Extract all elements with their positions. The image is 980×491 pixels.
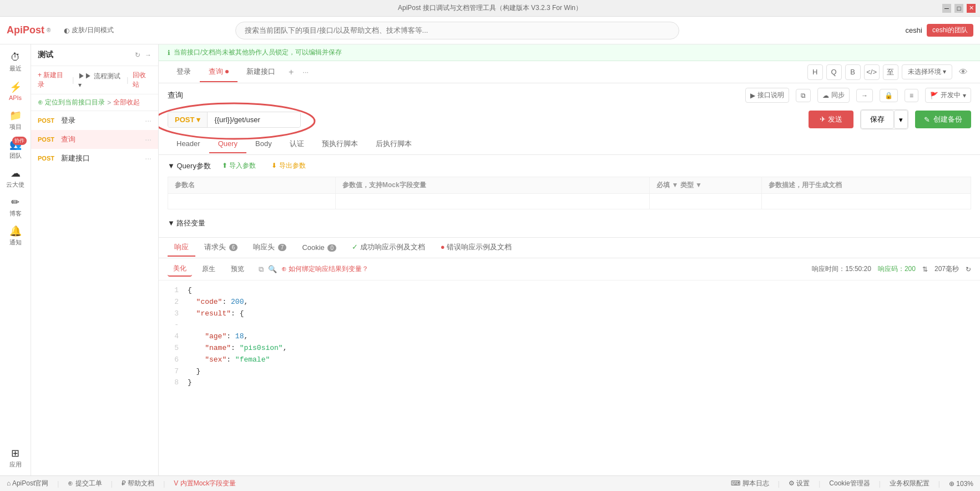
copy-response-btn[interactable]: ⧉ <box>259 265 264 274</box>
tab-more-button[interactable]: ··· <box>298 66 313 78</box>
quote-btn[interactable]: Q <box>826 64 842 80</box>
nav-item-query[interactable]: POST 查询 ··· <box>31 130 158 149</box>
flow-test-button[interactable]: ▶▶ 流程测试 ▾ <box>78 72 122 89</box>
refresh-icon[interactable]: ↻ <box>135 51 140 59</box>
search-bar <box>235 22 679 39</box>
search-response-btn[interactable]: 🔍 <box>268 265 277 273</box>
param-row-empty <box>168 194 971 209</box>
tab-add-button[interactable]: + <box>284 65 298 79</box>
nav-title: 测试 <box>38 50 53 60</box>
dev-status-btn[interactable]: 🚩 开发中 ▾ <box>925 88 971 103</box>
close-button[interactable]: ✕ <box>967 4 976 13</box>
resp-view-preview[interactable]: 预览 <box>225 262 250 276</box>
status-permissions[interactable]: 业务权限配置 <box>890 479 930 488</box>
locate-btn[interactable]: ⊕ 定位到当前接口目录 <box>38 98 105 107</box>
resp-tab-respheader[interactable]: 响应头 7 <box>246 239 293 257</box>
status-official-site[interactable]: ⌂ ApiPost官网 <box>7 479 48 488</box>
sidebar-item-recent[interactable]: ⏱ 最近 <box>2 49 29 76</box>
sidebar-item-apis[interactable]: ⚡ APIs <box>2 78 29 104</box>
nav-item-login[interactable]: POST 登录 ··· <box>31 111 158 130</box>
save-button[interactable]: 保存 <box>861 110 894 129</box>
status-help-doc[interactable]: ₽ 帮助文档 <box>122 479 154 488</box>
nav-item-new[interactable]: POST 新建接口 ··· <box>31 149 158 168</box>
tab-active-dot <box>225 70 229 73</box>
window-controls: ─ □ ✕ <box>942 4 976 13</box>
nav-list: POST 登录 ··· POST 查询 ··· POST 新建接口 ··· <box>31 111 158 475</box>
create-icon: ✎ <box>924 116 930 124</box>
sub-tab-body[interactable]: Body <box>246 135 281 153</box>
sub-tab-auth[interactable]: 认证 <box>281 134 313 154</box>
copy-btn[interactable]: ⧉ <box>796 89 811 102</box>
resp-tab-response[interactable]: 响应 <box>168 239 195 257</box>
doc-btn[interactable]: ≡ <box>905 89 918 102</box>
forward-icon[interactable]: → <box>145 51 151 59</box>
nav-panel: 测试 ↻ → + 新建目录 | ▶▶ 流程测试 ▾ | 回收站 ⊕ 定位到当前接… <box>31 44 159 475</box>
more-icon[interactable]: ··· <box>145 154 151 163</box>
user-name: ceshi <box>906 26 922 34</box>
section-title-row: 查询 ▶ 接口说明 ⧉ ☁ 同步 → 🔒 ≡ 🚩 <box>159 83 980 107</box>
recycle-button[interactable]: 回收站 <box>133 71 151 89</box>
eye-icon[interactable]: 👁 <box>956 64 971 80</box>
nav-toolbar: + 新建目录 | ▶▶ 流程测试 ▾ | 回收站 <box>31 66 158 94</box>
theme-toggle[interactable]: ◐ 皮肤/日间模式 <box>59 23 118 37</box>
sidebar-item-notify[interactable]: 🔔 通知 <box>2 222 29 249</box>
refresh-icon[interactable]: ↻ <box>966 265 971 273</box>
status-cookie-mgr[interactable]: Cookie管理器 <box>829 479 870 488</box>
bold-btn[interactable]: B <box>845 64 861 80</box>
url-input[interactable] <box>208 112 300 127</box>
sync-btn[interactable]: ☁ 同步 <box>817 88 850 103</box>
more-icon[interactable]: ··· <box>145 116 151 125</box>
search-input[interactable] <box>235 22 679 39</box>
params-section: ▼ Query参数 ⬆ 导入参数 ⬇ 导出参数 参数名 参数值，支持Mock字段… <box>159 155 980 214</box>
status-mock-vars[interactable]: V 内置Mock字段变量 <box>174 479 236 488</box>
import-params-btn[interactable]: ⬆ 导入参数 <box>218 159 260 172</box>
tab-login[interactable]: 登录 <box>168 62 200 82</box>
new-dir-button[interactable]: + 新建目录 <box>38 71 68 89</box>
col-required: 必填 ▼ 类型 ▼ <box>650 177 761 194</box>
send-button[interactable]: ✈ 发送 <box>809 111 853 128</box>
status-zoom[interactable]: ⊕ 103% <box>949 480 973 488</box>
params-title[interactable]: ▼ Query参数 <box>168 161 211 171</box>
team-badge[interactable]: ceshi的团队 <box>927 24 973 37</box>
share-btn[interactable]: → <box>856 89 873 102</box>
export-params-btn[interactable]: ⬇ 导出参数 <box>267 159 310 172</box>
sub-tab-post-script[interactable]: 后执行脚本 <box>367 134 421 154</box>
minimize-button[interactable]: ─ <box>942 4 951 13</box>
lock-btn[interactable]: 🔒 <box>880 89 898 102</box>
more-icon[interactable]: ··· <box>145 135 151 144</box>
sidebar-item-cloud[interactable]: ☁ 云大使 <box>2 164 29 191</box>
to-btn[interactable]: 至 <box>883 64 898 80</box>
code-line-3: 3 - "result": { <box>168 308 971 332</box>
api-explain-btn[interactable]: ▶ 接口说明 <box>745 88 789 103</box>
status-settings[interactable]: ⚙ 设置 <box>789 479 810 488</box>
sub-tab-query[interactable]: Query <box>209 135 246 153</box>
create-backup-button[interactable]: ✎ 创建备份 <box>915 111 971 128</box>
sidebar-item-apps[interactable]: ⊞ 应用 <box>2 444 29 471</box>
sub-tab-pre-script[interactable]: 预执行脚本 <box>313 134 367 154</box>
resp-view-beautify[interactable]: 美化 <box>168 262 192 277</box>
url-row: POST ▾ ✈ 发送 保存 ▾ ✎ 创建备份 <box>159 107 980 134</box>
status-submit-ticket[interactable]: ⊕ 提交工单 <box>68 479 102 488</box>
path-header[interactable]: ▼ 路径变量 <box>168 218 971 228</box>
resp-tab-cookie[interactable]: Cookie 0 <box>295 240 343 256</box>
sidebar-item-projects[interactable]: 📁 项目 <box>2 107 29 133</box>
status-script-log[interactable]: ⌨ 脚本日志 <box>731 479 769 488</box>
code-btn[interactable]: </> <box>864 64 880 80</box>
heading-btn[interactable]: H <box>807 64 823 80</box>
maximize-button[interactable]: □ <box>954 4 963 13</box>
sidebar-item-team[interactable]: 👥 团队 协作 <box>2 136 29 162</box>
collapse-all-link[interactable]: 全部收起 <box>113 98 140 107</box>
sidebar-item-blog[interactable]: ✏ 博客 <box>2 193 29 220</box>
method-select[interactable]: POST ▾ <box>168 112 208 127</box>
resp-tab-success-doc[interactable]: ✓ 成功响应示例及文档 <box>345 239 432 257</box>
method-badge: POST <box>38 117 58 124</box>
resp-tab-error-doc[interactable]: ● 错误响应示例及文档 <box>434 239 518 257</box>
resp-view-raw[interactable]: 原生 <box>196 262 221 276</box>
tab-new-api[interactable]: 新建接口 <box>238 62 284 82</box>
env-selector[interactable]: 未选择环境 ▾ <box>902 64 952 79</box>
bind-var-help[interactable]: ⊕ 如何绑定响应结果到变量？ <box>281 264 368 274</box>
save-dropdown-button[interactable]: ▾ <box>894 110 908 129</box>
tab-query[interactable]: 查询 <box>200 62 238 82</box>
resp-tab-reqheader[interactable]: 请求头 6 <box>198 239 244 257</box>
sub-tab-header[interactable]: Header <box>168 135 209 153</box>
